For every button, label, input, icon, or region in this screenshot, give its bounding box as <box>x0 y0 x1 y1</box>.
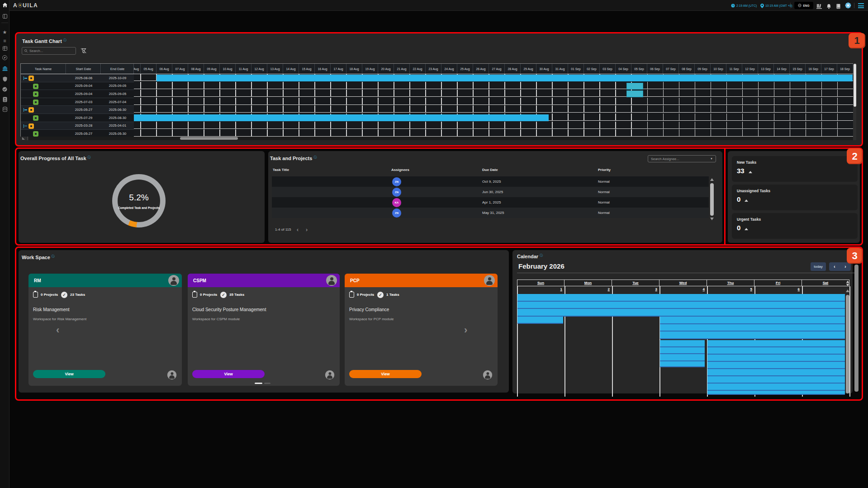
gantt-date-header[interactable]: 02 Sep <box>584 64 600 74</box>
info-icon[interactable]: ⓘ <box>313 156 317 159</box>
view-button[interactable]: View <box>192 370 265 378</box>
calendar-event-bar[interactable] <box>660 317 845 324</box>
calendar-weekday[interactable]: Sat <box>802 280 849 286</box>
gantt-date-header[interactable]: 07 Aug <box>172 64 188 74</box>
workspace-card[interactable]: RM0 Projects✓23 TasksRisk ManagementWork… <box>28 274 182 386</box>
calendar-event-bar[interactable] <box>707 347 845 355</box>
calendar-event-bar[interactable] <box>660 340 705 347</box>
calendar-event-bar[interactable] <box>660 361 705 368</box>
gantt-date-header[interactable]: 01 Sep <box>568 64 584 74</box>
gantt-date-header[interactable]: 03 Sep <box>600 64 616 74</box>
task-row[interactable]: KAApr 1, 2025Normal <box>272 197 709 208</box>
gantt-date-header[interactable]: 13 Aug <box>267 64 283 74</box>
menu-hamburger-icon[interactable] <box>858 3 864 8</box>
calendar-prev-icon[interactable]: ‹ <box>834 264 835 269</box>
calendar-event-bar[interactable] <box>707 340 845 347</box>
gantt-date-header[interactable]: 11 Sep <box>726 64 742 74</box>
gantt-col-start-date[interactable]: Start Date <box>66 64 101 74</box>
gantt-date-header[interactable]: 13 Sep <box>758 64 774 74</box>
gantt-date-header[interactable]: 09 Sep <box>695 64 711 74</box>
assignee-search-select[interactable]: Search Assignee... ▼ <box>648 155 716 162</box>
calendar-event-bar[interactable] <box>517 309 845 317</box>
calendar-event-bar[interactable] <box>517 302 845 309</box>
gantt-date-header[interactable]: 08 Aug <box>188 64 204 74</box>
gantt-date-header[interactable]: 05 Aug <box>141 64 157 74</box>
table-icon[interactable] <box>0 46 9 51</box>
gantt-date-header[interactable]: 27 Aug <box>489 64 505 74</box>
pagination-next[interactable]: › <box>306 227 308 233</box>
calendar-next-icon[interactable]: › <box>844 264 846 269</box>
member-avatar-icon[interactable] <box>325 370 334 379</box>
calendar-event-bar[interactable] <box>660 332 845 339</box>
gantt-bar[interactable] <box>134 114 549 121</box>
gantt-date-header[interactable]: 14 Aug <box>283 64 299 74</box>
gantt-date-header[interactable]: 20 Aug <box>378 64 394 74</box>
calendar-day-number[interactable]: 1 <box>517 287 562 291</box>
book-icon[interactable] <box>836 3 841 11</box>
gantt-bar[interactable] <box>626 90 643 97</box>
gantt-date-header[interactable]: 24 Aug <box>441 64 457 74</box>
filter-off-icon[interactable] <box>81 47 86 56</box>
gantt-date-header[interactable]: 19 Aug <box>362 64 378 74</box>
gantt-col-end-date[interactable]: End Date <box>101 64 134 74</box>
calendar-event-bar[interactable] <box>517 294 845 302</box>
gantt-date-header[interactable]: 07 Sep <box>663 64 679 74</box>
expand-icon[interactable] <box>24 108 27 112</box>
gantt-row[interactable]: 2025-09-042025-09-05 <box>21 90 134 98</box>
globe-icon-2[interactable] <box>0 87 9 92</box>
view-button[interactable]: View <box>349 370 422 378</box>
gantt-date-header[interactable]: 12 Aug <box>251 64 267 74</box>
workspace-avatar-icon[interactable] <box>484 275 495 286</box>
assignee-avatar[interactable]: KA <box>392 198 401 207</box>
id-badge-icon[interactable] <box>0 97 9 102</box>
table-scroll-up-icon[interactable] <box>710 178 714 181</box>
gantt-date-header[interactable]: 18 Aug <box>346 64 362 74</box>
gantt-row[interactable]: 2025-07-032025-07-04 <box>21 98 134 106</box>
gantt-date-header[interactable]: 10 Sep <box>711 64 726 74</box>
task-row[interactable]: ZNOct 9, 2025Normal <box>272 176 709 187</box>
gantt-row[interactable]: 2025-05-272025-06-30 <box>21 106 134 114</box>
gantt-date-header[interactable]: 11 Aug <box>236 64 251 74</box>
calendar-event-bar[interactable] <box>517 317 563 324</box>
info-icon[interactable]: ⓘ <box>52 255 55 258</box>
gantt-horizontal-scrollbar-thumb[interactable] <box>180 137 238 140</box>
workspace-avatar-icon[interactable] <box>168 275 179 286</box>
calendar-weekday[interactable]: Thu <box>707 280 754 286</box>
assignee-avatar[interactable]: ZN <box>392 188 401 197</box>
gantt-date-header[interactable]: 12 Sep <box>742 64 758 74</box>
calendar-weekday[interactable]: Tue <box>612 280 659 286</box>
star-icon[interactable]: ★ <box>0 30 9 34</box>
gantt-date-header[interactable]: 06 Aug <box>157 64 172 74</box>
assignee-avatar[interactable]: ZN <box>392 208 401 218</box>
gantt-date-header[interactable]: 10 Aug <box>220 64 236 74</box>
gantt-date-header[interactable]: 06 Sep <box>647 64 663 74</box>
calendar-scroll-up-icon[interactable] <box>846 289 849 292</box>
calendar-today-button[interactable]: today <box>811 262 826 271</box>
calendar-weekday[interactable]: Mon <box>564 280 612 286</box>
gantt-date-header[interactable]: 26 Aug <box>473 64 489 74</box>
stat-trend-icon[interactable] <box>745 228 748 230</box>
task-row[interactable]: ZNJun 30, 2025Normal <box>272 187 709 197</box>
gantt-date-header[interactable]: 28 Aug <box>505 64 521 74</box>
info-icon[interactable]: ⓘ <box>63 38 66 42</box>
gantt-date-header[interactable]: 31 Aug <box>552 64 568 74</box>
expand-icon[interactable] <box>24 76 27 80</box>
calendar-weekday[interactable]: Sun <box>517 280 564 286</box>
member-avatar-icon[interactable] <box>167 370 176 379</box>
pagination-prev[interactable]: ‹ <box>297 227 299 233</box>
gantt-row[interactable]: 2025-08-062025-10-09 <box>21 74 134 82</box>
calendar-event-bar[interactable] <box>707 369 845 376</box>
workspace-card[interactable]: PCP0 Projects✓1 TasksPrivacy ComplianceW… <box>345 274 498 386</box>
section-scrollbar-thumb[interactable] <box>854 265 859 392</box>
menu-icon[interactable]: ≡ <box>0 38 9 43</box>
workspace-card[interactable]: CSPM0 Projects✓35 TasksCloud Security Po… <box>188 274 340 386</box>
gantt-date-header[interactable]: 18 Sep <box>837 64 853 74</box>
gantt-date-header[interactable]: 04 Aug <box>134 64 141 74</box>
task-row[interactable]: ZNMay 31, 2025Normal <box>272 208 709 218</box>
workspace-avatar-icon[interactable] <box>326 275 337 286</box>
calendar-day-number[interactable]: 5 <box>707 287 752 291</box>
carousel-next-icon[interactable]: › <box>464 324 467 336</box>
gantt-date-header[interactable]: 17 Aug <box>331 64 346 74</box>
gantt-bar[interactable] <box>157 75 853 81</box>
shield-icon[interactable] <box>0 76 9 82</box>
